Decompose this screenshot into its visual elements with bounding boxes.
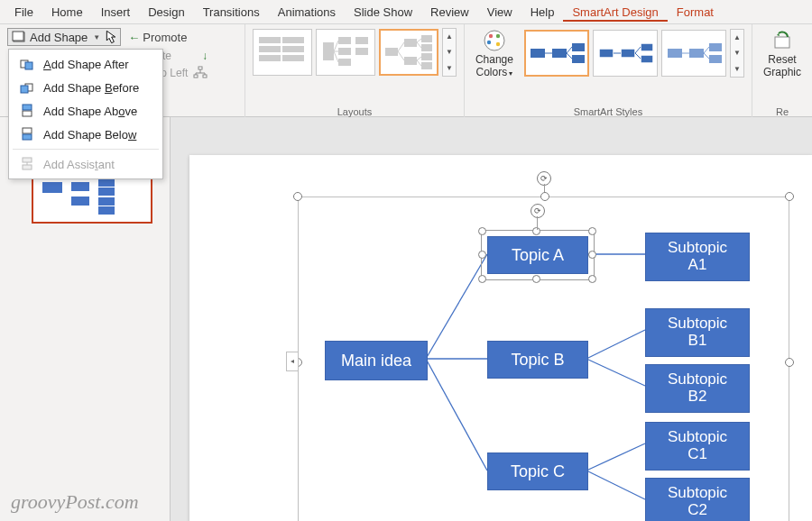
style-thumb-3[interactable] xyxy=(661,30,726,77)
style-thumb-1[interactable] xyxy=(524,30,589,77)
menu-smartart-design[interactable]: SmartArt Design xyxy=(563,3,667,22)
add-shape-above[interactable]: Add Shape Above xyxy=(9,99,162,123)
watermark: groovyPost.com xyxy=(11,490,139,514)
add-shape-after[interactable]: Add Shape After xyxy=(9,52,162,76)
svg-rect-26 xyxy=(421,62,432,69)
svg-line-31 xyxy=(417,57,421,60)
svg-rect-40 xyxy=(572,43,585,51)
menu-slideshow[interactable]: Slide Show xyxy=(345,3,421,22)
node-topic-c[interactable]: Topic C xyxy=(487,452,588,490)
sel-handle[interactable] xyxy=(588,275,596,283)
layout-icon[interactable] xyxy=(193,66,208,80)
add-assistant-label: Add Assistant xyxy=(43,158,115,171)
svg-line-85 xyxy=(586,359,645,386)
shape-above-icon xyxy=(20,104,34,118)
menu-transitions[interactable]: Transitions xyxy=(194,3,269,22)
menu-home[interactable]: Home xyxy=(42,3,92,22)
layouts-gallery[interactable]: ▲▼▼ xyxy=(253,28,457,77)
svg-rect-23 xyxy=(421,35,432,42)
layouts-more[interactable]: ▲▼▼ xyxy=(442,28,457,77)
add-shape-below[interactable]: Add Shape Below xyxy=(9,123,162,146)
layout-thumb-2[interactable] xyxy=(316,29,375,76)
ribbon-group-reset: Reset Graphic Re xyxy=(752,24,812,120)
svg-line-27 xyxy=(398,42,404,51)
ribbon-group-layouts: ▲▼▼ Layouts xyxy=(245,24,465,120)
svg-rect-21 xyxy=(404,39,417,47)
arrow-left-icon: ← xyxy=(128,31,140,44)
svg-rect-41 xyxy=(572,55,585,63)
styles-more[interactable]: ▲▼▼ xyxy=(730,29,744,78)
node-sub-a1[interactable]: SubtopicA1 xyxy=(645,233,750,281)
svg-rect-54 xyxy=(709,43,722,51)
svg-line-44 xyxy=(567,53,572,59)
svg-rect-77 xyxy=(98,187,115,196)
svg-rect-63 xyxy=(21,86,28,93)
style-thumb-2[interactable] xyxy=(593,30,658,77)
svg-rect-65 xyxy=(23,105,32,110)
promote-button[interactable]: ← Promote xyxy=(128,31,187,44)
svg-line-32 xyxy=(417,60,421,66)
chevron-down-icon: ▼ xyxy=(93,33,100,41)
menu-review[interactable]: Review xyxy=(421,3,478,22)
styles-gallery[interactable]: ▲▼▼ xyxy=(524,29,744,78)
menu-insert[interactable]: Insert xyxy=(92,3,140,22)
sel-handle[interactable] xyxy=(588,227,596,235)
svg-line-87 xyxy=(586,471,645,499)
svg-line-57 xyxy=(704,47,709,53)
add-shape-before[interactable]: Add Shape Before xyxy=(9,76,162,99)
add-shape-button[interactable]: Add Shape ▼ xyxy=(7,28,121,46)
svg-point-33 xyxy=(484,31,504,50)
change-colors-button[interactable]: Change Colors ▾ xyxy=(472,28,517,78)
topic-a-rotate[interactable]: ⟳ xyxy=(531,204,545,218)
svg-rect-45 xyxy=(599,49,614,58)
reset-icon xyxy=(770,28,795,53)
svg-point-37 xyxy=(496,42,500,46)
node-sub-c1[interactable]: SubtopicC1 xyxy=(645,422,750,471)
menu-view[interactable]: View xyxy=(478,3,521,22)
svg-rect-67 xyxy=(23,134,32,140)
layout-thumb-3[interactable] xyxy=(379,29,438,76)
menu-file[interactable]: File xyxy=(5,3,42,22)
node-sub-b1[interactable]: SubtopicB1 xyxy=(645,308,750,357)
add-shape-before-label: Add Shape Before xyxy=(43,81,139,95)
svg-rect-22 xyxy=(404,57,417,65)
svg-rect-15 xyxy=(355,37,368,44)
node-topic-b[interactable]: Topic B xyxy=(487,341,588,379)
layout-thumb-1[interactable] xyxy=(253,29,312,76)
menu-help[interactable]: Help xyxy=(521,3,564,22)
node-sub-b2[interactable]: SubtopicB2 xyxy=(645,364,750,413)
text-pane-toggle[interactable]: ◂ xyxy=(286,352,299,371)
assistant-icon xyxy=(20,157,34,171)
svg-rect-11 xyxy=(323,42,334,60)
smartart-frame[interactable]: ⟳ ◂ xyxy=(298,197,789,521)
svg-rect-73 xyxy=(71,182,89,191)
ribbon-group-styles: Change Colors ▾ ▲▼▼ SmartArt Styles xyxy=(465,24,752,120)
sel-handle[interactable] xyxy=(588,251,596,259)
svg-rect-47 xyxy=(641,43,653,51)
node-main[interactable]: Main idea xyxy=(325,341,428,380)
svg-line-17 xyxy=(334,41,338,51)
slide-canvas[interactable]: ⟳ ◂ xyxy=(189,155,812,521)
svg-line-80 xyxy=(426,254,487,359)
svg-rect-66 xyxy=(23,128,32,133)
node-sub-c2[interactable]: SubtopicC2 xyxy=(645,478,750,521)
shape-after-icon xyxy=(20,57,34,71)
topic-a-selection xyxy=(481,230,595,280)
reset-graphic-button[interactable]: Reset Graphic xyxy=(760,28,805,78)
svg-rect-16 xyxy=(355,48,368,55)
sel-handle[interactable] xyxy=(478,227,486,235)
promote-label: Promote xyxy=(143,31,187,44)
menu-format[interactable]: Format xyxy=(668,3,723,22)
add-shape-dropdown: Add Shape After Add Shape Before Add Sha… xyxy=(8,49,163,179)
sel-handle[interactable] xyxy=(478,251,486,259)
menu-animations[interactable]: Animations xyxy=(269,3,345,22)
svg-rect-55 xyxy=(709,55,722,63)
svg-line-51 xyxy=(635,53,641,59)
sel-handle[interactable] xyxy=(532,275,540,283)
svg-line-28 xyxy=(398,51,404,60)
sel-handle[interactable] xyxy=(478,275,486,283)
add-assistant: Add Assistant xyxy=(9,152,162,176)
menu-design[interactable]: Design xyxy=(139,3,193,22)
svg-rect-7 xyxy=(259,46,281,52)
menubar: File Home Insert Design Transitions Anim… xyxy=(0,0,812,24)
